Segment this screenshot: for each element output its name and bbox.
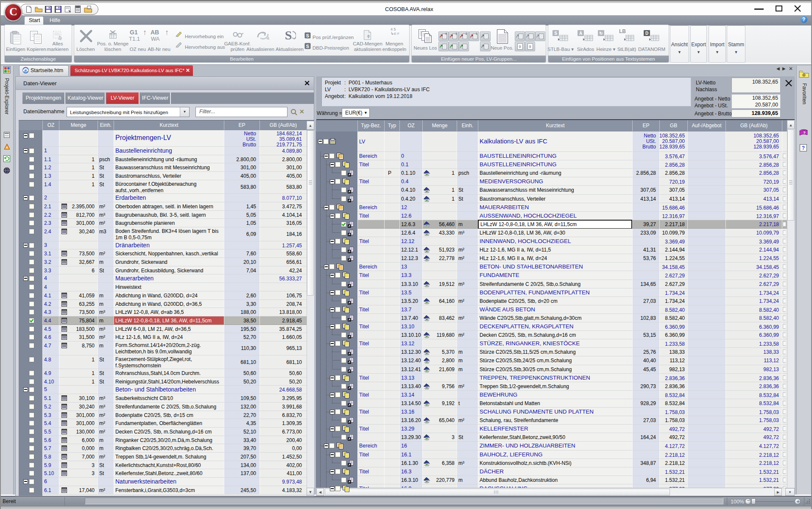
svg-text:e: e xyxy=(25,67,27,73)
svg-text:1: 1 xyxy=(476,32,477,35)
svg-text:S: S xyxy=(285,28,292,42)
svg-text:3: 3 xyxy=(455,32,457,35)
svg-text:A: A xyxy=(579,31,582,36)
svg-text:S: S xyxy=(306,33,309,38)
svg-text:9: 9 xyxy=(519,45,521,49)
svg-text:9: 9 xyxy=(529,45,531,49)
svg-text:4: 4 xyxy=(445,32,447,35)
svg-text:S: S xyxy=(306,44,309,49)
svg-text:S: S xyxy=(554,31,557,36)
svg-text:2: 2 xyxy=(466,32,467,35)
svg-text:?: ? xyxy=(802,145,805,151)
svg-text:?: ? xyxy=(803,131,806,135)
svg-text:D: D xyxy=(645,31,648,36)
svg-text:↻: ↻ xyxy=(599,31,603,36)
svg-text:A: A xyxy=(6,145,8,150)
svg-text:LB: LB xyxy=(619,28,626,34)
